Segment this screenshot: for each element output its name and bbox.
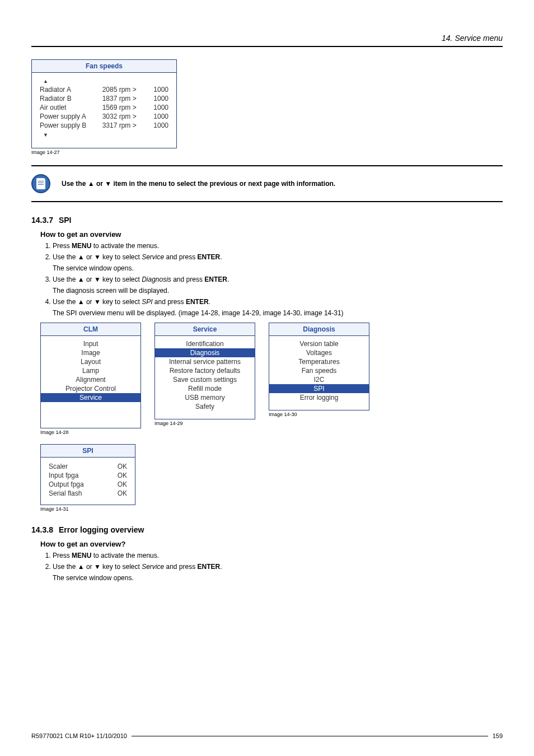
menu-item[interactable]: Identification — [161, 339, 249, 348]
table-row: Power supply B3317 rpm >1000 — [39, 121, 170, 130]
note-block: Use the ▲ or ▼ item in the menu to selec… — [31, 165, 503, 202]
menu-item[interactable]: Restore factory defaults — [161, 366, 249, 375]
spi-table: ScalerOK Input fpgaOK Output fpgaOK Seri… — [48, 462, 128, 498]
list-item: Press MENU to activate the menus. — [53, 242, 503, 250]
note-text: Use the ▲ or ▼ item in the menu to selec… — [62, 180, 335, 188]
menu-item[interactable]: Temperatures — [275, 357, 363, 366]
diagnosis-title: Diagnosis — [269, 323, 369, 336]
steps-list: Press MENU to activate the menus. Use th… — [53, 552, 503, 582]
menu-item[interactable]: Image — [46, 348, 135, 357]
table-row: ScalerOK — [48, 462, 128, 471]
fan-speeds-panel: Fan speeds ▲ Radiator A2085 rpm >1000 Ra… — [31, 59, 177, 148]
sub-heading: How to get an overview — [40, 230, 503, 239]
image-caption: Image 14-30 — [269, 412, 369, 417]
menu-item[interactable]: Alignment — [46, 375, 135, 384]
menu-item[interactable]: Projector Control — [46, 384, 135, 393]
table-row: Input fpgaOK — [48, 471, 128, 480]
page-number: 159 — [493, 732, 503, 739]
spi-title: SPI — [41, 445, 135, 458]
menu-item[interactable]: Input — [46, 339, 135, 348]
list-item: Use the ▲ or ▼ key to select Service and… — [53, 563, 503, 582]
table-row: Radiator B1837 rpm >1000 — [39, 94, 170, 103]
table-row: Radiator A2085 rpm >1000 — [39, 85, 170, 94]
section-heading: 14.3.8Error logging overview — [31, 525, 503, 534]
table-row: Air outlet1569 rpm >1000 — [39, 103, 170, 112]
menu-item-selected[interactable]: Diagnosis — [155, 348, 255, 357]
menu-item[interactable]: Error logging — [275, 393, 363, 402]
page-header: 14. Service menu — [31, 34, 503, 47]
page-footer: R59770021 CLM R10+ 11/10/2010 159 — [31, 732, 503, 739]
menu-item[interactable]: Save custom settings — [161, 375, 249, 384]
list-item: Use the ▲ or ▼ key to select Service and… — [53, 253, 503, 272]
table-row: Serial flashOK — [48, 489, 128, 498]
list-item: Press MENU to activate the menus. — [53, 552, 503, 559]
list-item: Use the ▲ or ▼ key to select Diagnosis a… — [53, 276, 503, 295]
spi-panel: SPI ScalerOK Input fpgaOK Output fpgaOK … — [40, 444, 135, 505]
menu-item-selected[interactable]: SPI — [269, 384, 369, 393]
footer-left: R59770021 CLM R10+ 11/10/2010 — [31, 732, 127, 739]
menu-item[interactable]: Fan speeds — [275, 366, 363, 375]
table-row: Output fpgaOK — [48, 480, 128, 489]
clm-title: CLM — [41, 323, 140, 336]
service-menu: Service Identification Diagnosis Interna… — [154, 323, 255, 419]
service-title: Service — [155, 323, 255, 336]
menu-item[interactable]: Voltages — [275, 348, 363, 357]
menu-item[interactable]: Version table — [275, 339, 363, 348]
table-row: Power supply A3032 rpm >1000 — [39, 112, 170, 121]
menu-item[interactable]: Internal service patterns — [161, 357, 249, 366]
note-icon — [31, 174, 50, 193]
steps-list: Press MENU to activate the menus. Use th… — [53, 242, 503, 317]
list-item: Use the ▲ or ▼ key to select SPI and pre… — [53, 298, 503, 317]
menu-item-selected[interactable]: Service — [41, 393, 140, 402]
menu-item[interactable]: USB memory — [161, 393, 249, 402]
diagnosis-menu: Diagnosis Version table Voltages Tempera… — [269, 323, 369, 410]
sub-heading: How to get an overview? — [40, 540, 503, 548]
scroll-up-icon[interactable]: ▲ — [40, 78, 48, 84]
fan-speeds-table: ▲ Radiator A2085 rpm >1000 Radiator B183… — [39, 76, 170, 139]
image-caption: Image 14-29 — [154, 421, 255, 426]
scroll-down-icon[interactable]: ▼ — [40, 132, 48, 138]
image-caption: Image 14-31 — [40, 506, 503, 512]
image-caption: Image 14-28 — [40, 430, 141, 435]
clm-menu: CLM Input Image Layout Lamp Alignment Pr… — [40, 323, 141, 428]
menu-item[interactable]: Lamp — [46, 366, 135, 375]
menu-item[interactable]: Refill mode — [161, 384, 249, 393]
section-heading: 14.3.7SPI — [31, 216, 503, 225]
menu-item[interactable]: Safety — [161, 402, 249, 411]
fan-speeds-title: Fan speeds — [32, 60, 176, 73]
menu-item[interactable]: I2C — [275, 375, 363, 384]
menu-item[interactable]: Layout — [46, 357, 135, 366]
image-caption: Image 14-27 — [31, 150, 503, 155]
